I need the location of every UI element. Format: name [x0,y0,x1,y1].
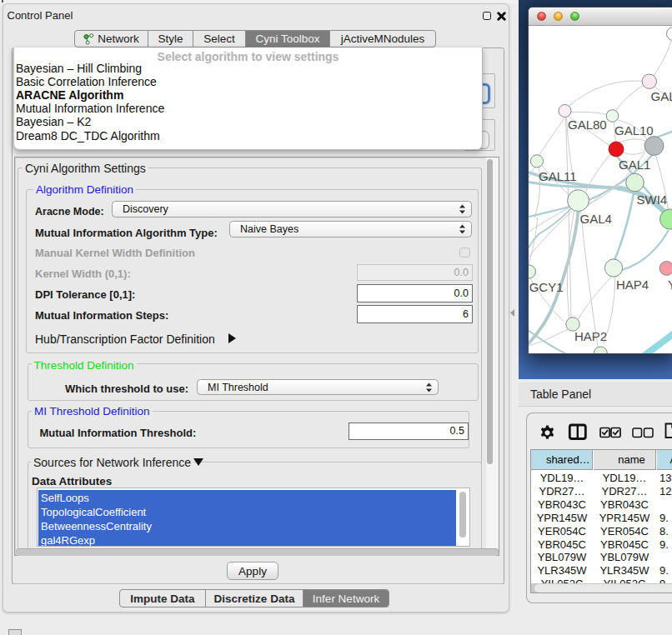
svg-text:GAL: GAL [650,89,672,103]
svg-text:HAP2: HAP2 [574,329,607,343]
svg-text:GAL80: GAL80 [568,118,607,132]
svg-text:GAL1: GAL1 [619,158,650,172]
svg-text:GAL10: GAL10 [614,123,654,138]
svg-text:SWI4: SWI4 [636,192,667,207]
svg-text:Y: Y [668,278,672,292]
svg-text:GAL4: GAL4 [579,212,611,226]
svg-text:HAP4: HAP4 [616,278,649,292]
svg-text:GAL11: GAL11 [539,169,577,183]
svg-text:GCY1: GCY1 [529,280,563,294]
